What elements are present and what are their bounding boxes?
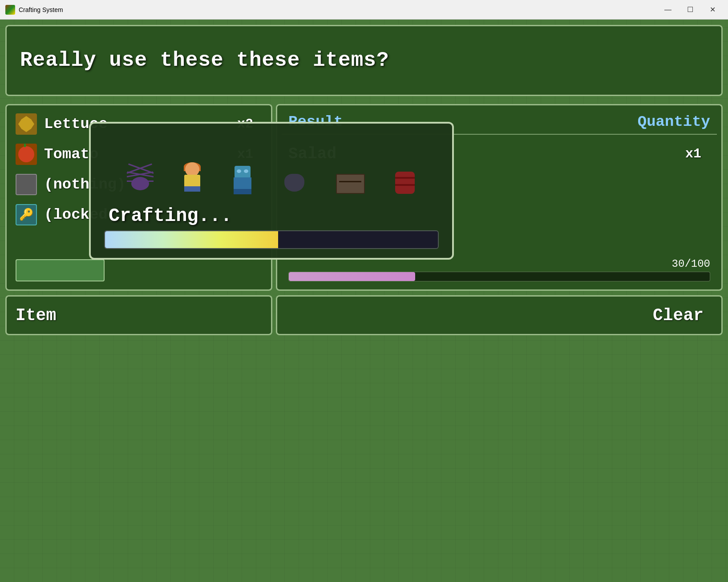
sprites-row [104, 132, 439, 195]
sprite-dark-creature [282, 170, 307, 195]
confirm-panel: Really use these these items? [5, 25, 723, 96]
lettuce-icon [16, 113, 37, 135]
item-button[interactable]: Item [5, 295, 272, 335]
sprite-spider [127, 173, 154, 195]
sprite-chest [335, 170, 366, 195]
window-titlebar: Crafting System — ☐ ✕ [0, 0, 728, 20]
sprite-robot [231, 166, 254, 195]
maximize-button[interactable]: ☐ [680, 3, 700, 17]
sprite-heroine [182, 162, 203, 195]
key-icon: 🔑 [19, 208, 33, 222]
nothing-icon [16, 174, 37, 195]
result-qty-salad: x1 [685, 146, 701, 161]
close-button[interactable]: ✕ [702, 3, 723, 17]
locked-icon: 🔑 [16, 204, 37, 225]
clear-button-label: Clear [653, 306, 704, 325]
window-controls: — ☐ ✕ [658, 3, 723, 17]
game-area: Really use these these items? Lettuce x2… [0, 20, 728, 582]
quantity-label: Quantity [638, 113, 710, 130]
minimize-button[interactable]: — [658, 3, 678, 17]
app-icon [5, 5, 15, 15]
window-title: Crafting System [19, 6, 658, 13]
tomato-icon [16, 144, 37, 165]
confirm-text: Really use these these items? [20, 49, 389, 72]
add-item-button[interactable] [16, 259, 105, 281]
progress-bar-fill [289, 272, 415, 281]
add-button-area [11, 256, 267, 285]
crafting-progress-section: Crafting... [104, 205, 439, 249]
item-button-label: Item [16, 306, 56, 325]
progress-bar-container [288, 272, 710, 281]
bottom-buttons: Item Clear [5, 295, 723, 335]
leaf-shape [18, 116, 34, 132]
clear-button[interactable]: Clear [276, 295, 723, 335]
progress-text: 30/100 [288, 258, 710, 270]
crafting-progress-fill [105, 231, 278, 248]
crafting-progress-container [104, 230, 439, 249]
crafting-label: Crafting... [104, 205, 236, 227]
crafting-modal: Crafting... [89, 122, 454, 260]
sprite-barrel [394, 170, 416, 195]
tomato-shape [18, 146, 34, 162]
